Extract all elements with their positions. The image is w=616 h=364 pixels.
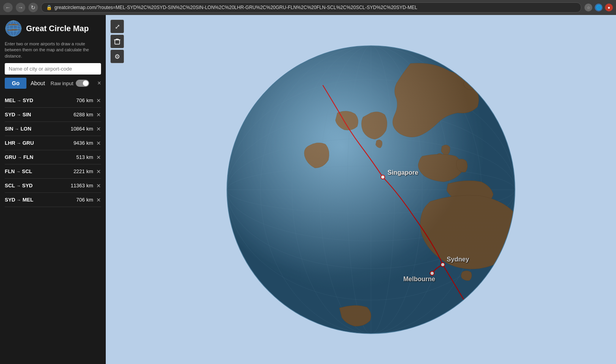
- expand-button[interactable]: ⤢: [110, 20, 124, 33]
- sidebar: Great Circle Map Enter two or more airpo…: [0, 15, 106, 364]
- extension-icon[interactable]: ●: [605, 4, 613, 11]
- button-row: Go About Raw input ×: [5, 78, 101, 89]
- app-logo: [5, 20, 22, 37]
- forward-button[interactable]: →: [16, 3, 25, 12]
- route-item: MEL → SYD 706 km ✕: [5, 93, 101, 108]
- route-distance: 513 km: [76, 154, 93, 160]
- route-item: LHR → GRU 9436 km ✕: [5, 136, 101, 150]
- back-button[interactable]: ←: [3, 3, 13, 12]
- route-distance: 10864 km: [71, 126, 93, 132]
- route-name: SYD → SIN: [5, 112, 73, 118]
- route-name: SYD → MEL: [5, 197, 76, 203]
- app-subtitle: Enter two or more airports to draw a rou…: [5, 41, 101, 59]
- browser-icons: ☆ 🌐 ●: [584, 4, 613, 11]
- route-distance: 6288 km: [73, 112, 93, 118]
- route-remove-button[interactable]: ✕: [96, 169, 101, 174]
- route-item: FLN → SCL 2221 km ✕: [5, 164, 101, 179]
- about-button[interactable]: About: [29, 78, 47, 89]
- route-name: FLN → SCL: [5, 168, 73, 174]
- route-remove-button[interactable]: ✕: [96, 197, 101, 203]
- reload-button[interactable]: ↻: [28, 3, 38, 12]
- url-bar[interactable]: 🔒 greatcirclemap.com/?routes=MEL-SYD%2C%…: [41, 2, 581, 13]
- route-distance: 706 km: [76, 197, 93, 203]
- raw-input-label: Raw input: [51, 80, 73, 86]
- route-remove-button[interactable]: ✕: [96, 126, 101, 132]
- map-container: ⤢ ⚙: [106, 15, 616, 364]
- browser-wrapper: ← → ↻ 🔒 greatcirclemap.com/?routes=MEL-S…: [0, 0, 616, 364]
- route-item: SYD → MEL 706 km ✕: [5, 193, 101, 207]
- route-distance: 9436 km: [73, 140, 93, 146]
- route-list: MEL → SYD 706 km ✕ SYD → SIN 6288 km ✕ S…: [5, 93, 101, 359]
- route-remove-button[interactable]: ✕: [96, 183, 101, 189]
- route-remove-button[interactable]: ✕: [96, 155, 101, 160]
- clear-button[interactable]: ×: [97, 80, 101, 87]
- go-button[interactable]: Go: [5, 78, 26, 89]
- route-distance: 706 km: [76, 97, 93, 103]
- route-remove-button[interactable]: ✕: [96, 98, 101, 103]
- url-text: greatcirclemap.com/?routes=MEL-SYD%2C%20…: [54, 5, 417, 10]
- delete-button[interactable]: [110, 35, 124, 48]
- route-name: SIN → LON: [5, 126, 71, 132]
- svg-point-28: [227, 46, 515, 334]
- route-distance: 11363 km: [71, 183, 93, 189]
- globe-visualization: Singapore Sydney Melbourne: [221, 40, 521, 340]
- route-name: GRU → FLN: [5, 154, 76, 160]
- raw-input-toggle[interactable]: [76, 80, 89, 87]
- route-name: SCL → SYD: [5, 183, 71, 189]
- route-remove-button[interactable]: ✕: [96, 140, 101, 146]
- route-name: MEL → SYD: [5, 97, 76, 103]
- route-remove-button[interactable]: ✕: [96, 112, 101, 118]
- svg-rect-5: [115, 40, 120, 44]
- star-icon[interactable]: ☆: [584, 4, 592, 11]
- settings-button[interactable]: ⚙: [110, 50, 124, 63]
- app-header: Great Circle Map: [5, 20, 101, 37]
- app-title: Great Circle Map: [26, 24, 89, 33]
- route-item: GRU → FLN 513 km ✕: [5, 150, 101, 164]
- profile-icon[interactable]: 🌐: [595, 4, 603, 11]
- browser-bar: ← → ↻ 🔒 greatcirclemap.com/?routes=MEL-S…: [0, 0, 616, 15]
- route-item: SYD → SIN 6288 km ✕: [5, 108, 101, 122]
- route-distance: 2221 km: [73, 168, 93, 174]
- route-item: SCL → SYD 11363 km ✕: [5, 179, 101, 193]
- airport-search-input[interactable]: [5, 63, 101, 75]
- toolbar: ⤢ ⚙: [110, 20, 124, 63]
- route-item: SIN → LON 10864 km ✕: [5, 122, 101, 136]
- app-container: Great Circle Map Enter two or more airpo…: [0, 15, 616, 364]
- route-name: LHR → GRU: [5, 140, 73, 146]
